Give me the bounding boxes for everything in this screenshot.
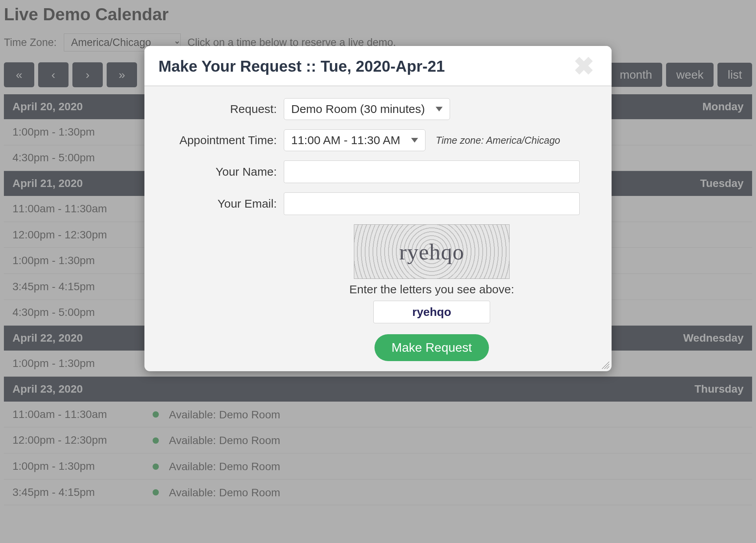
appointment-time-value: 11:00 AM - 11:30 AM: [291, 134, 400, 147]
captcha-image: ryehqo: [354, 224, 510, 279]
label-email: Your Email:: [160, 197, 277, 210]
captcha-input[interactable]: [373, 301, 490, 323]
modal-header: Make Your Request :: Tue, 2020-Apr-21 ✖: [144, 46, 612, 86]
captcha-prompt: Enter the letters you see above:: [284, 283, 580, 296]
make-request-button[interactable]: Make Request: [374, 334, 489, 361]
request-select-value: Demo Room (30 minutes): [291, 102, 425, 116]
chevron-down-icon: [411, 138, 418, 143]
chevron-down-icon: [436, 107, 443, 111]
name-input[interactable]: [284, 160, 580, 183]
request-select[interactable]: Demo Room (30 minutes): [284, 98, 450, 120]
timezone-note: Time zone: America/Chicago: [436, 135, 560, 146]
label-name: Your Name:: [160, 165, 277, 178]
modal-title: Make Your Request :: Tue, 2020-Apr-21: [158, 58, 445, 75]
email-input[interactable]: [284, 192, 580, 215]
request-modal: Make Your Request :: Tue, 2020-Apr-21 ✖ …: [144, 46, 612, 371]
captcha-word: ryehqo: [399, 239, 464, 265]
appointment-time-select[interactable]: 11:00 AM - 11:30 AM: [284, 129, 425, 151]
close-icon[interactable]: ✖: [573, 59, 598, 74]
label-request: Request:: [160, 102, 277, 116]
resize-handle[interactable]: [601, 361, 609, 369]
label-appointment-time: Appointment Time:: [160, 134, 277, 147]
